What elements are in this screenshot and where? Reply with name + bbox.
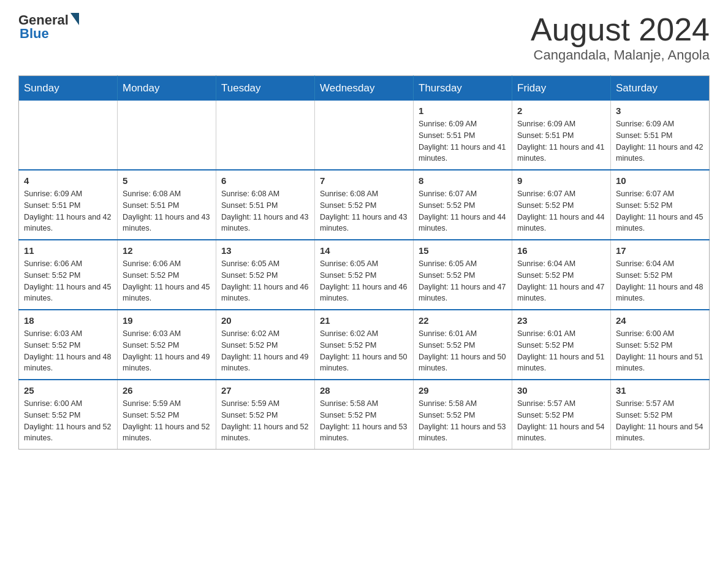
day-number: 23	[517, 315, 605, 326]
day-info-text: Sunrise: 6:01 AM	[419, 328, 507, 340]
calendar-header-saturday: Saturday	[611, 76, 710, 101]
calendar-header-thursday: Thursday	[414, 76, 512, 101]
day-number: 25	[24, 385, 112, 396]
day-info-text: Sunrise: 5:59 AM	[221, 398, 309, 410]
day-info-text: Daylight: 11 hours and 42 minutes.	[24, 212, 112, 235]
calendar-cell: 22Sunrise: 6:01 AMSunset: 5:52 PMDayligh…	[414, 310, 512, 380]
day-info-text: Sunset: 5:52 PM	[24, 270, 112, 282]
day-info-text: Sunset: 5:52 PM	[123, 270, 211, 282]
day-info-text: Sunset: 5:52 PM	[320, 340, 408, 351]
day-info-text: Sunset: 5:52 PM	[616, 270, 704, 282]
day-info-text: Sunrise: 6:07 AM	[419, 188, 507, 200]
calendar-header-tuesday: Tuesday	[216, 76, 315, 101]
calendar-cell: 19Sunrise: 6:03 AMSunset: 5:52 PMDayligh…	[118, 310, 216, 380]
day-number: 15	[419, 245, 507, 256]
day-info-text: Sunrise: 6:09 AM	[24, 188, 112, 200]
calendar-cell	[216, 101, 315, 170]
calendar-cell: 1Sunrise: 6:09 AMSunset: 5:51 PMDaylight…	[414, 101, 512, 170]
day-info-text: Daylight: 11 hours and 44 minutes.	[517, 212, 605, 235]
day-number: 14	[320, 245, 408, 256]
day-info-text: Daylight: 11 hours and 43 minutes.	[221, 212, 309, 235]
calendar-cell: 17Sunrise: 6:04 AMSunset: 5:52 PMDayligh…	[611, 240, 710, 310]
calendar-header-row: SundayMondayTuesdayWednesdayThursdayFrid…	[19, 76, 710, 101]
day-info-text: Sunset: 5:51 PM	[221, 200, 309, 212]
day-number: 3	[616, 105, 704, 116]
page-header: General Blue August 2024 Cangandala, Mal…	[18, 12, 710, 63]
calendar-cell: 2Sunrise: 6:09 AMSunset: 5:51 PMDaylight…	[512, 101, 611, 170]
day-info-text: Sunrise: 6:09 AM	[517, 118, 605, 130]
calendar-cell: 28Sunrise: 5:58 AMSunset: 5:52 PMDayligh…	[315, 380, 414, 450]
day-number: 11	[24, 245, 112, 256]
day-number: 10	[616, 175, 704, 186]
day-info-text: Sunset: 5:52 PM	[221, 340, 309, 351]
day-info-text: Sunset: 5:52 PM	[517, 200, 605, 212]
day-info-text: Sunrise: 6:02 AM	[320, 328, 408, 340]
calendar-week-row: 18Sunrise: 6:03 AMSunset: 5:52 PMDayligh…	[19, 310, 710, 380]
day-info-text: Daylight: 11 hours and 48 minutes.	[616, 282, 704, 305]
calendar-cell: 29Sunrise: 5:58 AMSunset: 5:52 PMDayligh…	[414, 380, 512, 450]
day-info-text: Sunrise: 6:02 AM	[221, 328, 309, 340]
calendar-cell: 12Sunrise: 6:06 AMSunset: 5:52 PMDayligh…	[118, 240, 216, 310]
calendar-header-sunday: Sunday	[19, 76, 118, 101]
calendar-cell: 14Sunrise: 6:05 AMSunset: 5:52 PMDayligh…	[315, 240, 414, 310]
calendar-cell: 18Sunrise: 6:03 AMSunset: 5:52 PMDayligh…	[19, 310, 118, 380]
day-info-text: Daylight: 11 hours and 54 minutes.	[517, 421, 605, 445]
calendar-cell: 10Sunrise: 6:07 AMSunset: 5:52 PMDayligh…	[611, 170, 710, 240]
day-info-text: Daylight: 11 hours and 41 minutes.	[419, 142, 507, 165]
day-number: 22	[419, 315, 507, 326]
calendar-cell: 8Sunrise: 6:07 AMSunset: 5:52 PMDaylight…	[414, 170, 512, 240]
calendar-cell: 26Sunrise: 5:59 AMSunset: 5:52 PMDayligh…	[118, 380, 216, 450]
day-number: 8	[419, 175, 507, 186]
day-number: 24	[616, 315, 704, 326]
month-title: August 2024	[531, 12, 710, 47]
calendar-cell: 16Sunrise: 6:04 AMSunset: 5:52 PMDayligh…	[512, 240, 611, 310]
day-info-text: Sunrise: 6:01 AM	[517, 328, 605, 340]
day-number: 31	[616, 385, 704, 396]
day-info-text: Sunrise: 6:08 AM	[221, 188, 309, 200]
day-info-text: Daylight: 11 hours and 52 minutes.	[221, 421, 309, 445]
calendar-cell: 27Sunrise: 5:59 AMSunset: 5:52 PMDayligh…	[216, 380, 315, 450]
calendar-cell: 24Sunrise: 6:00 AMSunset: 5:52 PMDayligh…	[611, 310, 710, 380]
day-info-text: Daylight: 11 hours and 46 minutes.	[320, 282, 408, 305]
day-info-text: Sunset: 5:52 PM	[221, 410, 309, 421]
calendar-week-row: 1Sunrise: 6:09 AMSunset: 5:51 PMDaylight…	[19, 101, 710, 170]
day-info-text: Sunset: 5:51 PM	[419, 130, 507, 142]
day-number: 5	[123, 175, 211, 186]
day-info-text: Sunrise: 6:08 AM	[320, 188, 408, 200]
calendar-cell: 7Sunrise: 6:08 AMSunset: 5:52 PMDaylight…	[315, 170, 414, 240]
day-info-text: Sunset: 5:52 PM	[616, 340, 704, 351]
logo-triangle-icon	[70, 13, 79, 25]
day-info-text: Sunrise: 6:05 AM	[320, 258, 408, 270]
day-info-text: Daylight: 11 hours and 46 minutes.	[221, 282, 309, 305]
calendar-cell: 23Sunrise: 6:01 AMSunset: 5:52 PMDayligh…	[512, 310, 611, 380]
day-info-text: Sunrise: 6:05 AM	[221, 258, 309, 270]
calendar-cell: 9Sunrise: 6:07 AMSunset: 5:52 PMDaylight…	[512, 170, 611, 240]
day-number: 4	[24, 175, 112, 186]
calendar-header-monday: Monday	[118, 76, 216, 101]
day-info-text: Sunrise: 6:06 AM	[123, 258, 211, 270]
day-info-text: Daylight: 11 hours and 51 minutes.	[517, 351, 605, 375]
calendar-cell: 4Sunrise: 6:09 AMSunset: 5:51 PMDaylight…	[19, 170, 118, 240]
day-info-text: Daylight: 11 hours and 49 minutes.	[221, 351, 309, 375]
day-info-text: Sunset: 5:52 PM	[24, 410, 112, 421]
day-info-text: Sunset: 5:52 PM	[320, 270, 408, 282]
day-info-text: Sunset: 5:52 PM	[616, 200, 704, 212]
day-info-text: Sunset: 5:52 PM	[419, 270, 507, 282]
day-info-text: Daylight: 11 hours and 52 minutes.	[123, 421, 211, 445]
day-info-text: Sunset: 5:51 PM	[123, 200, 211, 212]
day-number: 27	[221, 385, 309, 396]
calendar-week-row: 11Sunrise: 6:06 AMSunset: 5:52 PMDayligh…	[19, 240, 710, 310]
calendar-cell: 5Sunrise: 6:08 AMSunset: 5:51 PMDaylight…	[118, 170, 216, 240]
day-number: 19	[123, 315, 211, 326]
day-info-text: Daylight: 11 hours and 45 minutes.	[24, 282, 112, 305]
location-subtitle: Cangandala, Malanje, Angola	[531, 47, 710, 63]
day-info-text: Sunset: 5:51 PM	[517, 130, 605, 142]
day-number: 30	[517, 385, 605, 396]
day-info-text: Daylight: 11 hours and 45 minutes.	[616, 212, 704, 235]
calendar-cell: 11Sunrise: 6:06 AMSunset: 5:52 PMDayligh…	[19, 240, 118, 310]
day-info-text: Sunset: 5:52 PM	[419, 410, 507, 421]
day-info-text: Sunrise: 6:03 AM	[24, 328, 112, 340]
calendar-cell: 6Sunrise: 6:08 AMSunset: 5:51 PMDaylight…	[216, 170, 315, 240]
calendar-header-friday: Friday	[512, 76, 611, 101]
day-info-text: Sunset: 5:52 PM	[517, 410, 605, 421]
